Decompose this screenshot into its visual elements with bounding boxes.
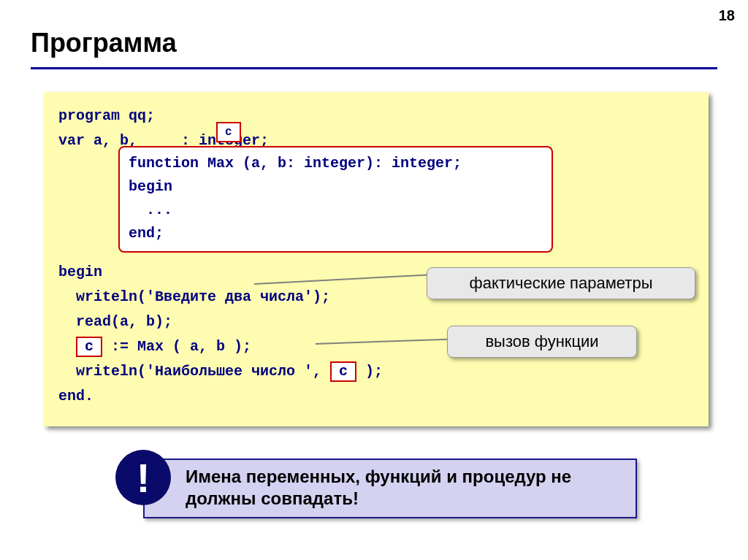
code-writeln2-post: ); xyxy=(356,363,383,380)
note-box: Имена переменных, функций и процедур не … xyxy=(143,459,637,518)
title-underline xyxy=(31,67,717,69)
fn-line-begin: begin xyxy=(129,175,543,199)
page-number: 18 xyxy=(719,7,735,24)
code-block: program qq; var a, b, : integer; begin w… xyxy=(44,92,709,426)
exclamation-icon: ! xyxy=(115,450,171,505)
page-title: Программа xyxy=(31,28,177,58)
function-box: function Max (a, b: integer): integer; b… xyxy=(118,146,553,253)
var-c-box-3: c xyxy=(330,361,356,382)
code-line-end: end. xyxy=(58,384,694,409)
code-assign-pre xyxy=(58,338,76,355)
note-text: Имена переменных, функций и процедур не … xyxy=(186,467,571,508)
code-line-program: program qq; xyxy=(58,104,694,129)
callout-function-call: вызов функции xyxy=(447,326,637,358)
callout-actual-params: фактические параметры xyxy=(427,267,695,299)
code-assign-post: := Max ( a, b ); xyxy=(102,338,251,355)
code-writeln2-pre: writeln('Наибольшее число ', xyxy=(58,363,330,380)
code-line-writeln2: writeln('Наибольшее число ', c ); xyxy=(58,359,694,384)
fn-line-body: ... xyxy=(129,199,543,222)
fn-line-header: function Max (a, b: integer): integer; xyxy=(129,152,543,175)
var-c-box-2: c xyxy=(76,337,102,357)
fn-line-end: end; xyxy=(129,222,543,245)
var-c-box-1: c xyxy=(216,122,241,142)
